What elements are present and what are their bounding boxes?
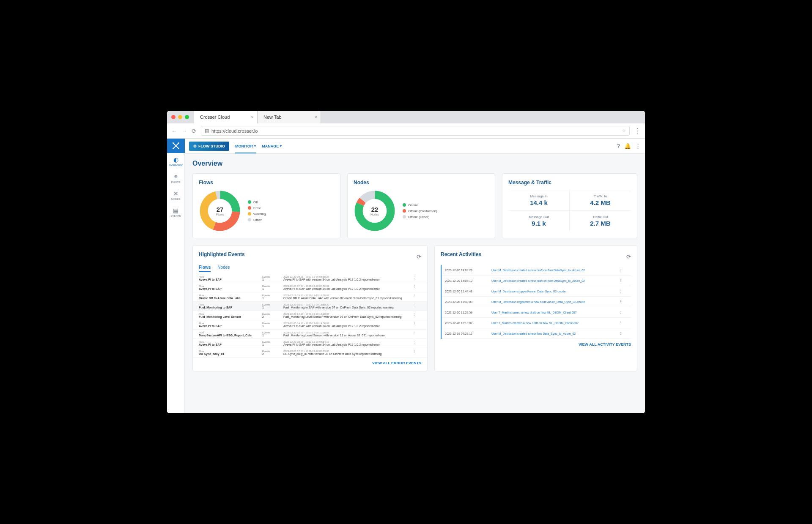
minimize-window-icon[interactable]: [178, 115, 182, 119]
tab-flows[interactable]: Flows: [199, 265, 211, 272]
activity-row[interactable]: 2023-12-20 14:09:28User M_Davidsson crea…: [442, 265, 631, 276]
event-count: 1: [262, 297, 283, 300]
event-row[interactable]: FlowFuel_Monitoring Level SensorEvents22…: [193, 311, 427, 320]
close-window-icon[interactable]: [171, 115, 176, 119]
more-icon[interactable]: ⋮: [413, 285, 421, 290]
more-icon[interactable]: ⋮: [413, 294, 421, 300]
activity-desc: User M_Davidsson registered a new node A…: [491, 300, 619, 303]
more-icon[interactable]: ⋮: [619, 311, 628, 314]
more-icon[interactable]: ⋮: [413, 322, 421, 328]
activity-row[interactable]: 2023-12-20 11:40:08User M_Davidsson regi…: [442, 297, 631, 307]
maximize-window-icon[interactable]: [185, 115, 189, 119]
bookmark-icon[interactable]: ☆: [622, 128, 626, 134]
events-list[interactable]: FlowAveva PI to SAPEvents12023-12-20 08:…: [193, 274, 427, 358]
browser-tab-active[interactable]: Crosser Cloud ×: [194, 111, 258, 123]
activity-row[interactable]: 2023-12-20 11:18:02User T_Martins create…: [442, 318, 631, 328]
chrome-tab-bar: Crosser Cloud × New Tab ×: [167, 111, 645, 123]
flow-icon: ⚙: [193, 144, 197, 148]
more-icon[interactable]: ⋮: [413, 331, 421, 337]
address-input[interactable]: ▤ https://cloud.crosser.io ☆: [201, 126, 630, 136]
refresh-icon[interactable]: ⟳: [626, 254, 631, 260]
event-row[interactable]: FlowTempSystemAPI to ESG_Report_CalcEven…: [193, 330, 427, 339]
event-count: 1: [262, 343, 283, 346]
card-title: Message & Traffic: [508, 180, 631, 186]
legend-label: Warning: [253, 212, 266, 216]
metric-label: Traffic Out: [574, 215, 627, 219]
event-name: Aveva PI to SAP: [199, 287, 262, 290]
legend-dot-icon: [248, 218, 251, 221]
metric-label: Message In: [513, 194, 565, 198]
event-row[interactable]: FlowAveva PI to SAPEvents12023-12-20 14:…: [193, 320, 427, 330]
event-row[interactable]: FlowAveva PI to SAPEvents12023-12-20 08:…: [193, 274, 427, 283]
view-all-activities-link[interactable]: VIEW ALL ACTIVITY EVENTS: [441, 342, 631, 347]
sidebar-item-events[interactable]: ▤ EVENTS: [167, 204, 185, 221]
nodes-icon: ✕: [173, 190, 178, 197]
event-desc: Fuel_Monitoring Level Sensor with versio…: [283, 334, 413, 337]
more-icon[interactable]: ⋮: [413, 313, 421, 318]
reload-icon[interactable]: ⟳: [192, 128, 197, 134]
topbar: ⚙ FLOW STUDIO MONITOR ▾ MANAGE ▾ ? 🔔 ⋮: [185, 139, 645, 154]
legend-label: Offline (Other): [408, 215, 430, 219]
back-icon[interactable]: ←: [171, 128, 177, 134]
app-logo[interactable]: [167, 139, 185, 153]
event-name: Aveva PI to SAP: [199, 343, 262, 346]
more-icon[interactable]: ⋮: [413, 303, 421, 309]
activity-time: 2023-12-20 11:44:48: [445, 290, 491, 293]
legend-label: Online: [408, 203, 418, 207]
flow-studio-button[interactable]: ⚙ FLOW STUDIO: [189, 142, 229, 151]
event-row[interactable]: FlowDB Sync_daily_01Events22023-12-20 07…: [193, 348, 427, 358]
event-name: DB Sync_daily_01: [199, 352, 262, 355]
more-icon[interactable]: ⋮: [413, 276, 421, 281]
event-row[interactable]: FlowAveva PI to SAPEvents12023-12-20 07:…: [193, 283, 427, 292]
more-icon[interactable]: ⋮: [619, 289, 628, 293]
more-icon[interactable]: ⋮: [619, 279, 628, 282]
more-icon[interactable]: ⋮: [413, 350, 421, 355]
event-name: Oracle DB to Azure Data Lake: [199, 297, 262, 300]
event-row[interactable]: FlowAveva PI to SAPEvents12023-12-20 08:…: [193, 339, 427, 348]
more-icon[interactable]: ⋮: [635, 143, 641, 149]
view-all-errors-link[interactable]: VIEW ALL ERROR EVENTS: [199, 361, 421, 365]
bottom-row: Highlighted Events ⟳ Flows Nodes FlowAve…: [192, 245, 637, 371]
more-icon[interactable]: ⋮: [413, 341, 421, 346]
event-name: Fuel_Monitoring to SAP: [199, 306, 262, 309]
event-count: 1: [262, 278, 283, 281]
close-icon[interactable]: ×: [251, 115, 254, 120]
event-count: 2: [262, 352, 283, 355]
legend-dot-icon: [248, 200, 251, 204]
gauge-icon: ◐: [173, 156, 178, 163]
flows-legend: OKErrorWarningOther: [248, 200, 266, 222]
forward-icon[interactable]: →: [181, 128, 187, 134]
more-icon[interactable]: ⋮: [619, 268, 628, 272]
event-count: 1: [262, 287, 283, 290]
sidebar-item-overview[interactable]: ◐ OVERVIEW: [167, 153, 185, 170]
legend-label: Offline (Production): [408, 209, 437, 213]
close-icon[interactable]: ×: [315, 115, 317, 120]
refresh-icon[interactable]: ⟳: [417, 254, 421, 260]
more-icon[interactable]: ⋮: [619, 300, 628, 303]
nodes-total-label: Nodes: [370, 213, 379, 216]
sidebar-item-flows[interactable]: ⚭ FLOWS: [167, 170, 185, 187]
sidebar-item-nodes[interactable]: ✕ NODES: [167, 187, 185, 204]
event-name: TempSystemAPI to ESG_Report_Calc: [199, 334, 262, 337]
more-icon[interactable]: ⋮: [619, 332, 628, 335]
nodes-total: 22: [371, 206, 379, 213]
event-row[interactable]: FlowOracle DB to Azure Data LakeEvents12…: [193, 292, 427, 302]
tab-nodes[interactable]: Nodes: [217, 265, 230, 272]
tab-label: Crosser Cloud: [200, 115, 230, 120]
bell-icon[interactable]: 🔔: [624, 143, 631, 149]
event-desc: Aveva PI to SAP with version 34 on Lab A…: [283, 343, 413, 346]
activity-row[interactable]: 2023-12-19 07:28:12User M_Davidsson crea…: [442, 328, 631, 339]
browser-menu-icon[interactable]: ⋮: [634, 127, 641, 135]
activity-row[interactable]: 2023-12-20 14:06:10User M_Davidsson crea…: [442, 276, 631, 286]
monitor-menu[interactable]: MONITOR ▾: [235, 144, 256, 153]
browser-tab[interactable]: New Tab ×: [258, 111, 321, 123]
activity-row[interactable]: 2023-12-20 11:44:48User M_Davidsson stop…: [442, 286, 631, 297]
more-icon[interactable]: ⋮: [619, 321, 628, 325]
event-row[interactable]: FlowFuel_Monitoring to SAPEvents12023-12…: [193, 302, 427, 311]
legend-item: OK: [248, 200, 266, 204]
help-icon[interactable]: ?: [617, 143, 620, 149]
legend-dot-icon: [403, 215, 406, 218]
card-title: Highlighted Events: [199, 251, 245, 257]
manage-menu[interactable]: MANAGE ▾: [262, 144, 282, 148]
activity-row[interactable]: 2023-12-20 11:22:59User T_Martins saved …: [442, 307, 631, 318]
